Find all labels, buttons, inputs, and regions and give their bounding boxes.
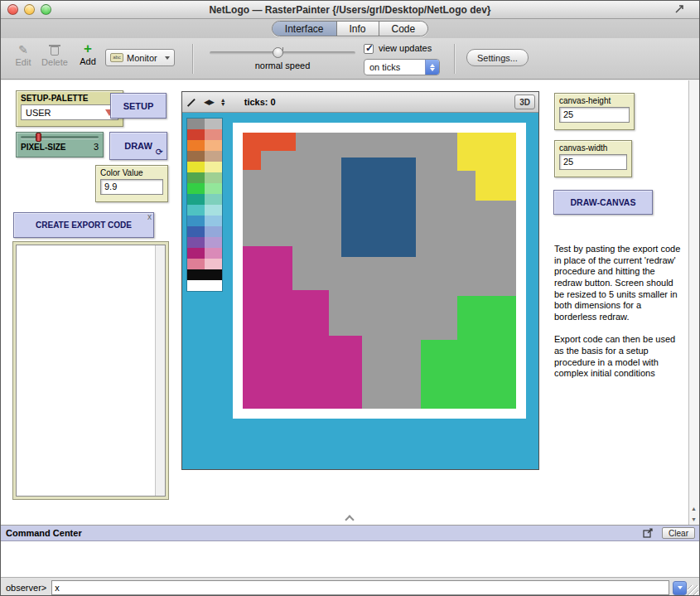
clear-button[interactable]: Clear xyxy=(662,527,695,539)
collapse-handle-icon[interactable] xyxy=(345,515,354,524)
monitor-value: 25 xyxy=(559,154,627,170)
palette-swatch-row[interactable] xyxy=(187,183,222,194)
scroll-up-icon[interactable]: ▲ xyxy=(688,503,699,514)
edit-button[interactable]: ✎ Edit xyxy=(9,44,37,67)
chooser-value: USER xyxy=(26,108,51,118)
tab-strip: Interface Info Code xyxy=(1,19,699,38)
magenta-shape-c xyxy=(243,336,362,409)
monitor-widget-icon: abc xyxy=(110,53,123,62)
draw-canvas-button[interactable]: DRAW-CANVAS xyxy=(553,190,653,215)
delete-button[interactable]: Delete xyxy=(39,44,70,67)
toolbar-separator xyxy=(192,44,193,74)
pencil-icon: ✎ xyxy=(18,44,28,56)
palette-swatch-row[interactable] xyxy=(187,205,222,216)
horizontal-arrows-icon[interactable]: ◀▶ xyxy=(204,98,214,106)
palette-swatch-row[interactable] xyxy=(187,269,222,280)
window-title: NetLogo — RasterPainter {/Users/grl/Desk… xyxy=(1,4,699,16)
palette-swatch-row[interactable] xyxy=(187,151,222,162)
command-input-row: observer> xyxy=(1,578,699,596)
resize-grip[interactable] xyxy=(688,585,698,596)
close-button[interactable] xyxy=(7,4,18,15)
minimize-button[interactable] xyxy=(24,4,35,15)
main-scrollbar[interactable]: ▲ ▼ xyxy=(688,80,699,525)
slider-groove[interactable] xyxy=(21,136,99,138)
speed-slider-thumb[interactable] xyxy=(273,47,283,58)
view-header: ◀▶ ▲▼ ticks: 0 3D xyxy=(182,92,538,113)
tab-code[interactable]: Code xyxy=(379,22,428,36)
palette-swatch-row[interactable] xyxy=(187,172,222,183)
forever-icon: ⟳ xyxy=(156,147,163,157)
palette-swatch-row[interactable] xyxy=(187,129,222,140)
chooser-label: SETUP-PALETTE xyxy=(21,94,118,103)
create-export-code-wrap: CREATE EXPORT CODE x xyxy=(13,212,154,238)
palette-swatch-row[interactable] xyxy=(187,216,222,226)
chevron-down-icon xyxy=(165,56,170,60)
painted-canvas[interactable] xyxy=(243,133,516,409)
note-widget: Test by pasting the export code in place… xyxy=(554,244,683,380)
origin-arrow-icon[interactable] xyxy=(187,97,197,107)
command-center-title: Command Center xyxy=(6,528,82,538)
create-export-code-button[interactable]: CREATE EXPORT CODE xyxy=(13,212,154,238)
tab-info[interactable]: Info xyxy=(337,22,379,36)
setup-button[interactable]: SETUP xyxy=(110,93,167,119)
vertical-arrows-icon[interactable]: ▲▼ xyxy=(220,98,226,106)
title-bar[interactable]: NetLogo — RasterPainter {/Users/grl/Desk… xyxy=(1,1,699,19)
yellow-shape-bottom xyxy=(476,171,516,201)
palette-swatch-row[interactable] xyxy=(187,226,222,237)
palette-swatch-row[interactable] xyxy=(187,194,222,205)
view-3d-button[interactable]: 3D xyxy=(514,94,535,109)
green-shape-bottom xyxy=(421,340,516,409)
command-input[interactable] xyxy=(51,580,669,595)
navy-shape xyxy=(341,157,416,257)
output-widget xyxy=(12,241,169,500)
output-scrollbar[interactable] xyxy=(155,245,165,496)
edit-button-label: Edit xyxy=(16,57,31,67)
delete-button-label: Delete xyxy=(41,57,68,67)
settings-button[interactable]: Settings... xyxy=(466,49,529,66)
draw-button[interactable]: DRAW ⟳ xyxy=(109,132,167,160)
monitor-label: canvas-height xyxy=(559,96,630,105)
add-button-label: Add xyxy=(80,56,96,66)
popout-icon[interactable] xyxy=(643,528,653,538)
palette-swatch-row[interactable] xyxy=(187,140,222,151)
draw-button-label: DRAW xyxy=(124,141,152,151)
palette-swatch-row[interactable] xyxy=(187,119,222,129)
view-updates-label: view updates xyxy=(379,43,432,53)
setup-palette-chooser[interactable]: SETUP-PALETTE USER xyxy=(16,90,123,127)
view-updates-checkbox[interactable] xyxy=(364,44,374,54)
zoom-button[interactable] xyxy=(41,4,51,15)
export-close-marker[interactable]: x xyxy=(147,212,152,221)
slider-thumb[interactable] xyxy=(36,133,41,142)
chevron-down-icon xyxy=(678,586,683,589)
toolbar: ✎ Edit Delete + Add abc Monitor normal s… xyxy=(1,38,699,80)
command-center: Command Center Clear observer> xyxy=(1,525,699,596)
update-mode-value: on ticks xyxy=(364,62,425,72)
output-area[interactable] xyxy=(16,245,166,497)
color-value-monitor: Color Value 9.9 xyxy=(95,165,168,202)
note-text-2: Export code can then be used as the basi… xyxy=(554,334,683,380)
palette-swatch-row[interactable] xyxy=(187,259,222,269)
update-mode-select[interactable]: on ticks xyxy=(364,59,440,75)
world-view: ◀▶ ▲▼ ticks: 0 3D xyxy=(181,91,539,470)
palette-swatch-row[interactable] xyxy=(187,237,222,248)
canvas-width-monitor: canvas-width 25 xyxy=(554,140,632,177)
palette-swatch-row[interactable] xyxy=(187,162,222,172)
palette-swatch-row[interactable] xyxy=(187,280,222,291)
speed-slider[interactable] xyxy=(210,51,355,55)
command-center-output[interactable] xyxy=(1,541,699,578)
command-center-header: Command Center Clear xyxy=(1,526,699,541)
main-tabs: Interface Info Code xyxy=(272,21,428,36)
scroll-down-icon[interactable]: ▼ xyxy=(688,514,699,525)
tab-interface[interactable]: Interface xyxy=(273,22,337,36)
pixel-size-slider[interactable]: PIXEL-SIZE 3 xyxy=(16,132,104,157)
slider-value: 3 xyxy=(94,142,99,152)
canvas-height-monitor: canvas-height 25 xyxy=(554,93,635,130)
view-world[interactable] xyxy=(182,113,538,469)
toolbar-separator xyxy=(454,44,455,74)
history-dropdown-button[interactable] xyxy=(673,581,687,595)
chooser-value-box[interactable]: USER xyxy=(21,104,118,120)
expand-window-icon[interactable] xyxy=(674,4,684,14)
add-button[interactable]: + Add xyxy=(75,43,100,66)
palette-swatch-row[interactable] xyxy=(187,248,222,259)
widget-type-dropdown[interactable]: abc Monitor xyxy=(105,49,175,66)
